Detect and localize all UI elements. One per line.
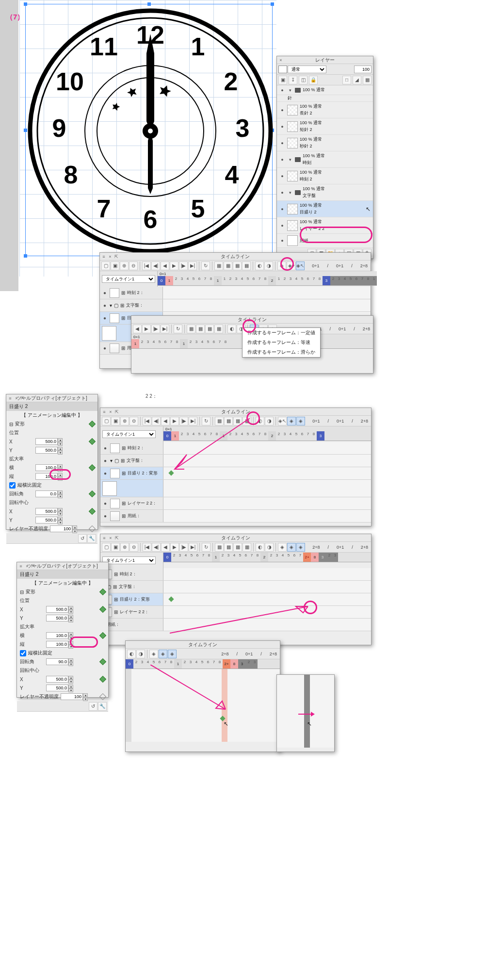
opacity-input[interactable] xyxy=(354,65,372,73)
svg-text:6: 6 xyxy=(144,205,158,233)
light-table-icon[interactable]: ◑ xyxy=(264,261,273,270)
keyframe-add-icon[interactable]: ◈ xyxy=(277,261,286,270)
layer-panel: ×レイヤー 通常 ▣ ↧ ◫ 🔒 □ ◢ ▦ ●▾100 % 通常 針 ●100… xyxy=(276,56,373,259)
cel-icon[interactable]: ▦ xyxy=(214,261,223,270)
timeline-panel-2: タイムライン ◀▶|▶▶| ↻ ▦▦▦▦ ◐◑ ◈↖◈◈ 0+1/0+1/2+8… xyxy=(131,315,373,374)
timeline-panel-6: ↖ xyxy=(276,674,335,752)
center-x-input[interactable] xyxy=(35,508,58,515)
timeline-panel-4: ≡×⇱タイムライン ▢▣⊕⊖ |◀◀|◀▶|▶▶| ↻▦▦▦▦ ◐◑◈◈◈ 2+… xyxy=(100,534,372,645)
keyframe-enable-icon[interactable]: ◈↖ xyxy=(296,261,305,270)
svg-text:5: 5 xyxy=(191,195,205,223)
timeline-panel-5: タイムライン ◐◑◈◈◈ 2+8/0+1/2+8 02345678 123456… xyxy=(125,640,280,752)
scale-h-input[interactable] xyxy=(35,473,58,480)
menu-constant[interactable]: 作成するキーフレーム：一定値 xyxy=(242,328,320,338)
layer-folder[interactable]: ●▾100 % 通常 xyxy=(277,85,373,95)
menu-smooth[interactable]: 作成するキーフレーム：滑らか xyxy=(242,347,320,357)
ruler-icon[interactable]: ◢ xyxy=(353,76,361,84)
pos-x-input[interactable] xyxy=(35,438,58,445)
layer-item[interactable]: ●用紙 xyxy=(277,234,373,248)
lock-icon[interactable]: 🔒 xyxy=(309,76,318,84)
layer-item[interactable]: ●100 % 通常長針 2 xyxy=(277,102,373,118)
layer-folder[interactable]: ●▾100 % 通常文字盤 xyxy=(277,184,373,201)
svg-marker-19 xyxy=(126,86,139,98)
prev-frame-icon[interactable]: ◀| xyxy=(151,261,160,270)
cel-dup-icon[interactable]: ▦ xyxy=(233,261,242,270)
svg-text:2: 2 xyxy=(224,67,238,96)
keyframe-type-icon[interactable]: ◈▾ xyxy=(287,261,295,270)
onion-icon[interactable]: ◐ xyxy=(255,261,264,270)
target-layer: 目盛り 2 xyxy=(6,402,97,411)
rotation-input[interactable] xyxy=(35,490,58,497)
tool-property-1: ≡×⇱ツールプロパティ[オブジェクト] 目盛り 2 【 アニメーション編集中 】… xyxy=(6,394,98,530)
layer-color-icon[interactable]: ▦ xyxy=(363,76,372,84)
cel-del-icon[interactable]: ▦ xyxy=(242,261,251,270)
svg-point-17 xyxy=(148,129,153,133)
zoom-out-icon[interactable]: ⊖ xyxy=(129,261,138,270)
go-end-icon[interactable]: ▶| xyxy=(188,261,197,270)
svg-marker-20 xyxy=(111,101,121,112)
reset-icon[interactable]: ↺ xyxy=(78,534,87,543)
layer-folder[interactable]: ●▾100 % 通常時刻 xyxy=(277,151,373,168)
zoom-in-icon[interactable]: ⊕ xyxy=(120,261,129,270)
close-icon[interactable]: × xyxy=(278,58,283,63)
timeline-panel-3: ≡×⇱タイムライン ▢▣⊕⊖ |◀◀|◀▶|▶▶| ↻▦▦▦▦ ◐◑ ◈↖◈◈ … xyxy=(100,408,372,526)
layer-item[interactable]: ●100 % 通常時刻 2 xyxy=(277,168,373,184)
svg-text:11: 11 xyxy=(90,33,118,61)
new-folder-icon[interactable]: ▣ xyxy=(111,261,119,270)
keyframe-add-icon[interactable]: ◈↖ xyxy=(278,417,287,425)
lock-layer-icon[interactable]: ▣ xyxy=(278,76,287,84)
blend-mode-select[interactable]: 通常 xyxy=(288,65,326,73)
center-y-input[interactable] xyxy=(35,517,58,523)
layer-item[interactable]: ●100 % 通常短針 2 xyxy=(277,118,373,135)
draft-layer-icon[interactable]: ◫ xyxy=(299,76,307,84)
svg-text:8: 8 xyxy=(64,161,78,189)
close-icon[interactable]: × xyxy=(108,254,113,259)
svg-text:7: 7 xyxy=(97,195,111,223)
svg-text:10: 10 xyxy=(56,67,84,96)
svg-text:9: 9 xyxy=(52,114,66,142)
loop-icon[interactable]: ↻ xyxy=(201,261,210,270)
play-icon[interactable]: ▶ xyxy=(170,261,178,270)
wrench-icon[interactable]: 🔧 xyxy=(87,534,96,543)
svg-text:1: 1 xyxy=(191,33,205,61)
scale-w-input[interactable] xyxy=(35,464,58,471)
svg-text:3: 3 xyxy=(236,114,250,142)
svg-text:4: 4 xyxy=(225,161,239,189)
timeline-selector[interactable]: タイムライン1 xyxy=(102,275,155,283)
menu-linear[interactable]: 作成するキーフレーム：等速 xyxy=(242,338,320,347)
svg-marker-18 xyxy=(158,83,172,98)
ref-layer-icon[interactable]: ↧ xyxy=(289,76,297,84)
keyframe-type-menu[interactable]: 作成するキーフレーム：一定値 作成するキーフレーム：等速 作成するキーフレーム：… xyxy=(242,327,321,358)
tool-property-2: ≡×⇱ツールプロパティ[オブジェクト] 目盛り 2 【 アニメーション編集中 】… xyxy=(16,562,109,698)
next-frame-icon[interactable]: |▶ xyxy=(179,261,188,270)
cel-batch-icon[interactable]: ▦ xyxy=(224,261,232,270)
layer-list: ●▾100 % 通常 針 ●100 % 通常長針 2 ●100 % 通常短針 2… xyxy=(277,85,373,248)
pos-y-input[interactable] xyxy=(35,447,58,454)
opacity-input[interactable] xyxy=(50,525,72,532)
layer-item[interactable]: ●100 % 通常秒針 2 xyxy=(277,135,373,151)
mask-icon[interactable]: □ xyxy=(342,76,351,84)
lock-aspect-checkbox[interactable] xyxy=(9,482,16,489)
go-start-icon[interactable]: |◀ xyxy=(142,261,151,270)
layer-item[interactable]: ●100 % 通常レイヤー 2 2 xyxy=(277,217,373,234)
play-reverse-icon[interactable]: ◀ xyxy=(161,261,169,270)
layer-item-selected[interactable]: ●100 % 通常目盛り 2↖ xyxy=(277,201,373,217)
canvas[interactable]: 1212 345 678 91011 xyxy=(19,0,276,277)
panel-title: レイヤー xyxy=(315,57,335,64)
new-clip-icon[interactable]: ▢ xyxy=(101,261,110,270)
rotation-input-90[interactable] xyxy=(46,658,68,665)
color-swatch[interactable] xyxy=(278,65,287,73)
